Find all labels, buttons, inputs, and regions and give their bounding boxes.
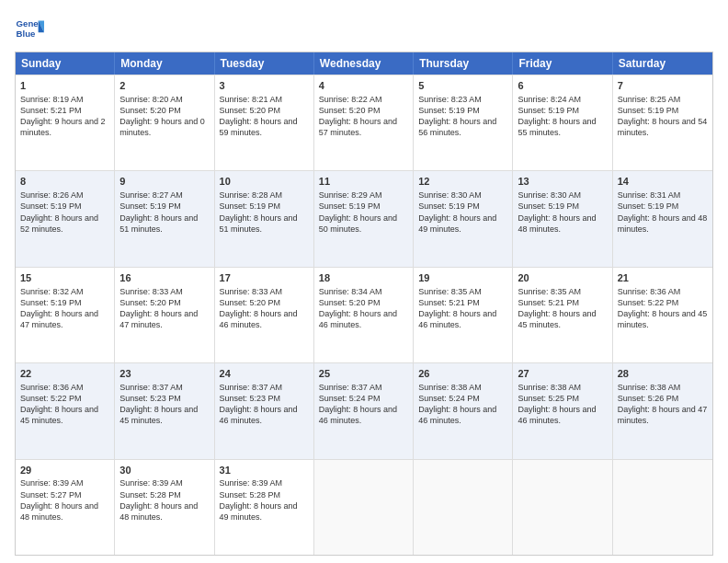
header-friday: Friday [513,52,612,75]
sunrise: Sunrise: 8:32 AM [20,287,84,296]
day-number: 27 [518,367,607,381]
calendar-cell: 11Sunrise: 8:29 AMSunset: 5:19 PMDayligh… [314,171,414,266]
sunrise: Sunrise: 8:34 AM [319,287,382,296]
calendar-cell: 12Sunrise: 8:30 AMSunset: 5:19 PMDayligh… [414,171,513,266]
sunset: Sunset: 5:19 PM [220,201,281,211]
sunrise: Sunrise: 8:37 AM [119,383,183,392]
calendar-cell: 31Sunrise: 8:39 AMSunset: 5:28 PMDayligh… [215,460,314,555]
day-number: 26 [418,367,507,381]
daylight: Daylight: 8 hours and 54 minutes. [618,117,708,137]
calendar-cell: 7Sunrise: 8:25 AMSunset: 5:19 PMDaylight… [613,75,712,170]
day-number: 1 [20,79,109,93]
day-number: 19 [418,271,507,285]
calendar-cell: 23Sunrise: 8:37 AMSunset: 5:23 PMDayligh… [115,363,214,458]
day-number: 30 [119,464,209,477]
daylight: Daylight: 8 hours and 46 minutes. [319,309,397,329]
calendar-cell: 9Sunrise: 8:27 AMSunset: 5:19 PMDaylight… [115,171,214,266]
calendar-cell [414,460,513,555]
day-number: 28 [618,367,708,381]
day-number: 21 [618,271,708,285]
calendar-cell: 17Sunrise: 8:33 AMSunset: 5:20 PMDayligh… [215,268,314,362]
sunset: Sunset: 5:21 PM [418,298,480,307]
calendar: SundayMondayTuesdayWednesdayThursdayFrid… [15,52,713,556]
sunset: Sunset: 5:19 PM [418,106,480,115]
sunset: Sunset: 5:20 PM [119,106,181,115]
calendar-cell: 5Sunrise: 8:23 AMSunset: 5:19 PMDaylight… [414,75,513,170]
sunset: Sunset: 5:19 PM [119,201,181,211]
day-number: 29 [20,464,109,477]
sunrise: Sunrise: 8:38 AM [418,383,482,392]
sunrise: Sunrise: 8:36 AM [618,287,681,296]
sunset: Sunset: 5:19 PM [20,298,82,307]
sunset: Sunset: 5:20 PM [119,298,181,307]
day-number: 7 [618,79,708,93]
calendar-cell: 10Sunrise: 8:28 AMSunset: 5:19 PMDayligh… [215,171,314,266]
calendar-row: 15Sunrise: 8:32 AMSunset: 5:19 PMDayligh… [16,267,712,362]
calendar-cell: 30Sunrise: 8:39 AMSunset: 5:28 PMDayligh… [115,460,214,555]
sunrise: Sunrise: 8:39 AM [119,478,183,488]
daylight: Daylight: 8 hours and 47 minutes. [119,309,198,329]
daylight: Daylight: 8 hours and 48 minutes. [20,501,98,522]
daylight: Daylight: 8 hours and 46 minutes. [319,405,397,425]
calendar-cell: 16Sunrise: 8:33 AMSunset: 5:20 PMDayligh… [115,268,214,362]
daylight: Daylight: 8 hours and 47 minutes. [618,405,708,425]
sunrise: Sunrise: 8:28 AM [220,190,283,200]
calendar-cell [613,460,712,555]
daylight: Daylight: 8 hours and 45 minutes. [618,309,708,329]
sunset: Sunset: 5:19 PM [618,106,679,115]
header-thursday: Thursday [414,52,513,75]
calendar-cell: 2Sunrise: 8:20 AMSunset: 5:20 PMDaylight… [115,75,214,170]
sunrise: Sunrise: 8:19 AM [20,95,84,104]
sunset: Sunset: 5:22 PM [618,298,679,307]
daylight: Daylight: 8 hours and 48 minutes. [518,213,596,234]
calendar-cell: 25Sunrise: 8:37 AMSunset: 5:24 PMDayligh… [314,363,414,458]
daylight: Daylight: 8 hours and 59 minutes. [220,117,298,137]
calendar-cell: 20Sunrise: 8:35 AMSunset: 5:21 PMDayligh… [513,268,612,362]
day-number: 14 [618,175,708,189]
calendar-cell: 8Sunrise: 8:26 AMSunset: 5:19 PMDaylight… [16,171,115,266]
daylight: Daylight: 8 hours and 51 minutes. [220,213,298,234]
calendar-cell: 29Sunrise: 8:39 AMSunset: 5:27 PMDayligh… [16,460,115,555]
calendar-cell: 4Sunrise: 8:22 AMSunset: 5:20 PMDaylight… [314,75,414,170]
sunset: Sunset: 5:19 PM [20,201,82,211]
day-number: 17 [220,271,309,285]
daylight: Daylight: 8 hours and 56 minutes. [418,117,496,137]
sunset: Sunset: 5:21 PM [518,298,579,307]
sunrise: Sunrise: 8:23 AM [418,95,482,104]
sunrise: Sunrise: 8:35 AM [518,287,581,296]
page-header: General Blue [15,15,713,44]
sunrise: Sunrise: 8:30 AM [418,190,482,200]
daylight: Daylight: 8 hours and 46 minutes. [418,309,496,329]
daylight: Daylight: 8 hours and 46 minutes. [220,405,298,425]
day-number: 24 [220,367,309,381]
header-wednesday: Wednesday [314,52,414,75]
day-number: 2 [119,79,209,93]
daylight: Daylight: 8 hours and 48 minutes. [618,213,708,234]
page-container: General Blue SundayMondayTuesdayWednesda… [0,0,728,563]
sunrise: Sunrise: 8:20 AM [119,95,183,104]
sunrise: Sunrise: 8:37 AM [220,383,283,392]
day-number: 12 [418,175,507,189]
sunset: Sunset: 5:19 PM [618,201,679,211]
day-number: 8 [20,175,109,189]
sunset: Sunset: 5:23 PM [220,394,281,403]
calendar-cell: 18Sunrise: 8:34 AMSunset: 5:20 PMDayligh… [314,268,414,362]
day-number: 10 [220,175,309,189]
sunrise: Sunrise: 8:31 AM [618,190,681,200]
logo: General Blue [15,15,44,44]
day-number: 9 [119,175,209,189]
sunrise: Sunrise: 8:38 AM [518,383,581,392]
sunset: Sunset: 5:19 PM [518,201,579,211]
calendar-cell [314,460,414,555]
sunrise: Sunrise: 8:22 AM [319,95,382,104]
sunset: Sunset: 5:20 PM [319,298,381,307]
daylight: Daylight: 8 hours and 49 minutes. [220,501,298,522]
calendar-row: 8Sunrise: 8:26 AMSunset: 5:19 PMDaylight… [16,170,712,266]
sunset: Sunset: 5:25 PM [518,394,579,403]
day-number: 31 [220,464,309,477]
sunset: Sunset: 5:21 PM [20,106,82,115]
daylight: Daylight: 9 hours and 2 minutes. [20,117,106,137]
daylight: Daylight: 8 hours and 55 minutes. [518,117,596,137]
sunrise: Sunrise: 8:21 AM [220,95,283,104]
sunset: Sunset: 5:20 PM [220,298,281,307]
